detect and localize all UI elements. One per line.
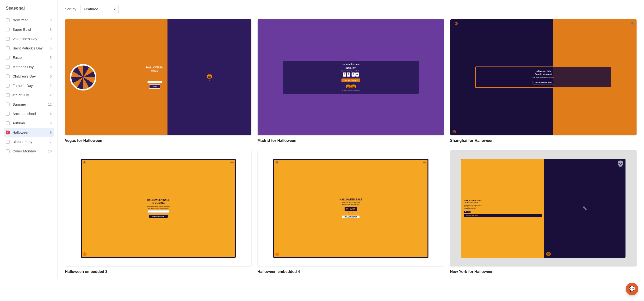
sidebar-checkbox-valentines-day	[6, 37, 10, 41]
template-thumb-madrid: ✕ Spooky discount 10% off If you complet…	[257, 19, 444, 136]
sidebar-count-halloween: 9	[50, 131, 52, 134]
sidebar-label-new-year: New Year	[12, 18, 50, 22]
sort-divider	[124, 9, 637, 9]
sidebar-checkbox-summer	[6, 102, 10, 106]
sidebar-label-halloween: Halloween	[12, 130, 50, 134]
template-card-newyork-halloween[interactable]: SPOOKY DISCOUNTUP TO 30% OFF Subscribe n…	[450, 150, 637, 274]
sidebar-count-black-friday: 17	[48, 140, 52, 144]
sidebar-item-summer[interactable]: Summer 12	[4, 100, 54, 109]
sidebar-items-list: New Year 9 Super Bowl 8 Valentine's Day …	[4, 15, 54, 156]
sidebar-label-valentines-day: Valentine's Day	[12, 37, 50, 41]
sidebar-checkbox-easter	[6, 56, 10, 59]
sidebar-checkbox-new-year	[6, 18, 10, 22]
template-name-embed4: Halloween embedded 4	[257, 270, 444, 274]
sidebar-label-mothers-day: Mother's Day	[12, 65, 50, 69]
sort-select[interactable]: Featured Newest Popular	[80, 5, 119, 13]
sidebar-item-valentines-day[interactable]: Valentine's Day 9	[4, 34, 54, 43]
sidebar-label-easter: Easter	[12, 55, 50, 59]
sidebar-item-4th-of-july[interactable]: 4th of July 2	[4, 90, 54, 99]
sidebar-label-saint-patricks-day: Saint Patrick's Day	[12, 46, 50, 50]
template-name-newyork: New York for Halloween	[450, 270, 637, 274]
sidebar-label-fathers-day: Father's Day	[12, 83, 50, 88]
sidebar-checkbox-4th-of-july	[6, 93, 10, 97]
sidebar-checkbox-childrens-day	[6, 74, 10, 78]
sidebar-checkbox-super-bowl	[6, 28, 10, 31]
sidebar-count-autumn: 6	[50, 121, 52, 125]
sidebar-label-cyber-monday: Cyber Monday	[12, 149, 48, 153]
sidebar-label-autumn: Autumn	[12, 121, 50, 125]
template-card-shanghai-halloween[interactable]: 🕷️ 🎃 Halloween SaleSpooky discount Get Y…	[450, 19, 637, 143]
sidebar-checkbox-autumn	[6, 121, 10, 125]
main-content: Sort by: Featured Newest Popular HALLOWE…	[58, 0, 644, 279]
sidebar-label-back-to-school: Back to school	[12, 112, 50, 116]
sidebar-checkbox-black-friday	[6, 140, 10, 144]
sidebar-count-saint-patricks-day: 5	[50, 46, 52, 50]
sidebar-count-cyber-monday: 10	[48, 149, 52, 153]
template-card-embed4[interactable]: 🕷️ 🦇 🎃 HALLOWEEN SALE Hurry, our spooky …	[257, 150, 444, 274]
sidebar-item-childrens-day[interactable]: Children's Day 6	[4, 72, 54, 81]
sidebar-label-4th-of-july: 4th of July	[12, 93, 50, 97]
sidebar-item-super-bowl[interactable]: Super Bowl 8	[4, 25, 54, 34]
sidebar-count-summer: 12	[48, 102, 52, 106]
sort-bar: Sort by: Featured Newest Popular	[65, 5, 637, 13]
sidebar-item-new-year[interactable]: New Year 9	[4, 15, 54, 24]
template-name-shanghai: Shanghai for Halloween	[450, 138, 637, 143]
template-name-madrid: Madrid for Halloween	[257, 138, 444, 143]
sidebar-checkbox-cyber-monday	[6, 149, 10, 153]
sort-select-wrapper[interactable]: Featured Newest Popular	[80, 5, 119, 13]
template-grid: HALLOWEENSALE Spin the wheel to win! Ent…	[65, 19, 637, 274]
sidebar-count-childrens-day: 6	[50, 74, 52, 78]
sidebar-checkbox-saint-patricks-day	[6, 46, 10, 50]
sidebar-count-mothers-day: 5	[50, 65, 52, 69]
sidebar-label-summer: Summer	[12, 102, 48, 106]
sidebar-checkbox-halloween	[6, 131, 10, 134]
template-thumb-vegas: HALLOWEENSALE Spin the wheel to win! Ent…	[65, 19, 252, 136]
sidebar-label-super-bowl: Super Bowl	[12, 27, 50, 31]
sidebar-label-childrens-day: Children's Day	[12, 74, 50, 78]
sidebar-count-fathers-day: 2	[50, 84, 52, 88]
sidebar-count-valentines-day: 9	[50, 37, 52, 41]
sidebar-item-easter[interactable]: Easter 5	[4, 53, 54, 62]
sidebar-checkbox-back-to-school	[6, 112, 10, 116]
sidebar-title: Seasonal	[4, 6, 54, 11]
sidebar-item-back-to-school[interactable]: Back to school 6	[4, 109, 54, 118]
sidebar-item-saint-patricks-day[interactable]: Saint Patrick's Day 5	[4, 44, 54, 52]
template-card-madrid-halloween[interactable]: ✕ Spooky discount 10% off If you complet…	[257, 19, 444, 143]
sidebar-checkbox-mothers-day	[6, 65, 10, 69]
template-thumb-embed4: 🕷️ 🦇 🎃 HALLOWEEN SALE Hurry, our spooky …	[257, 150, 444, 267]
sidebar-label-black-friday: Black Friday	[12, 140, 48, 144]
template-card-vegas-halloween[interactable]: HALLOWEENSALE Spin the wheel to win! Ent…	[65, 19, 252, 143]
sidebar-item-halloween[interactable]: Halloween 9	[4, 128, 54, 137]
sidebar-checkbox-fathers-day	[6, 84, 10, 88]
template-name-embed3: Halloween embedded 3	[65, 270, 252, 274]
sidebar-count-super-bowl: 8	[50, 28, 52, 31]
template-name-vegas: Vegas for Halloween	[65, 138, 252, 143]
sidebar-count-new-year: 9	[50, 18, 52, 22]
sidebar-item-fathers-day[interactable]: Father's Day 2	[4, 81, 54, 90]
sidebar-item-autumn[interactable]: Autumn 6	[4, 119, 54, 127]
template-card-embed3[interactable]: 🕷️ 🦇 🎃 HALLOWEEN SALEIS COMING Subscribe…	[65, 150, 252, 274]
sidebar-item-mothers-day[interactable]: Mother's Day 5	[4, 62, 54, 71]
sidebar-item-black-friday[interactable]: Black Friday 17	[4, 137, 54, 146]
sidebar-count-easter: 5	[50, 56, 52, 59]
template-thumb-embed3: 🕷️ 🦇 🎃 HALLOWEEN SALEIS COMING Subscribe…	[65, 150, 252, 267]
sort-label: Sort by:	[65, 7, 78, 11]
sidebar: Seasonal New Year 9 Super Bowl 8 Valenti…	[0, 0, 58, 279]
sidebar-count-back-to-school: 6	[50, 112, 52, 116]
sidebar-count-4th-of-july: 2	[50, 93, 52, 97]
template-thumb-shanghai: 🕷️ 🎃 Halloween SaleSpooky discount Get Y…	[450, 19, 637, 136]
sidebar-item-cyber-monday[interactable]: Cyber Monday 10	[4, 147, 54, 156]
template-thumb-newyork: SPOOKY DISCOUNTUP TO 30% OFF Subscribe n…	[450, 150, 637, 267]
